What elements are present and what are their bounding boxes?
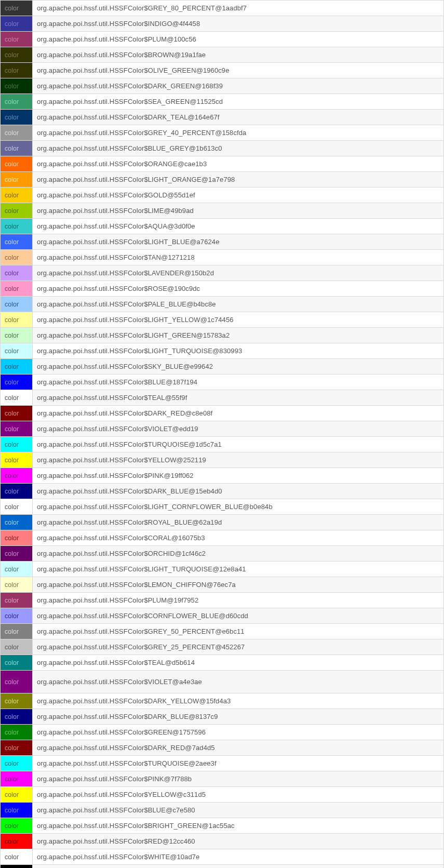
color-value-cell: org.apache.poi.hssf.util.HSSFColor$TAN@1… [33, 250, 444, 265]
table-row: colororg.apache.poi.hssf.util.HSSFColor$… [1, 78, 444, 94]
color-table: colororg.apache.poi.hssf.util.HSSFColor$… [0, 0, 444, 868]
color-value-cell: org.apache.poi.hssf.util.HSSFColor$OLIVE… [33, 63, 444, 78]
table-row: colororg.apache.poi.hssf.util.HSSFColor$… [1, 219, 444, 234]
color-swatch-cell: color [1, 499, 33, 515]
color-value-cell: org.apache.poi.hssf.util.HSSFColor$PALE_… [33, 297, 444, 312]
color-value-cell: org.apache.poi.hssf.util.HSSFColor$ORANG… [33, 156, 444, 172]
table-row: colororg.apache.poi.hssf.util.HSSFColor$… [1, 639, 444, 655]
table-row: colororg.apache.poi.hssf.util.HSSFColor$… [1, 624, 444, 639]
table-row: colororg.apache.poi.hssf.util.HSSFColor$… [1, 203, 444, 219]
color-swatch-cell: color [1, 671, 33, 693]
color-swatch-cell: color [1, 608, 33, 624]
table-row: colororg.apache.poi.hssf.util.HSSFColor$… [1, 865, 444, 869]
color-swatch-cell: color [1, 265, 33, 281]
color-value-cell: org.apache.poi.hssf.util.HSSFColor$PLUM@… [33, 32, 444, 47]
table-row: colororg.apache.poi.hssf.util.HSSFColor$… [1, 437, 444, 452]
color-swatch-cell: color [1, 818, 33, 834]
color-swatch-cell: color [1, 172, 33, 188]
table-row: colororg.apache.poi.hssf.util.HSSFColor$… [1, 725, 444, 740]
color-swatch-cell: color [1, 110, 33, 125]
color-value-cell: org.apache.poi.hssf.util.HSSFColor$CORAL… [33, 530, 444, 546]
color-swatch-cell: color [1, 234, 33, 250]
color-swatch-cell: color [1, 297, 33, 312]
color-swatch-cell: color [1, 849, 33, 865]
color-swatch-cell: color [1, 803, 33, 818]
color-value-cell: org.apache.poi.hssf.util.HSSFColor$DARK_… [33, 740, 444, 756]
color-swatch-cell: color [1, 639, 33, 655]
color-value-cell: org.apache.poi.hssf.util.HSSFColor$DARK_… [33, 693, 444, 709]
table-row: colororg.apache.poi.hssf.util.HSSFColor$… [1, 32, 444, 47]
table-row: colororg.apache.poi.hssf.util.HSSFColor$… [1, 468, 444, 484]
table-row: colororg.apache.poi.hssf.util.HSSFColor$… [1, 110, 444, 125]
table-row: colororg.apache.poi.hssf.util.HSSFColor$… [1, 693, 444, 709]
color-value-cell: org.apache.poi.hssf.util.HSSFColor$LIGHT… [33, 499, 444, 515]
color-value-cell: org.apache.poi.hssf.util.HSSFColor$ROYAL… [33, 515, 444, 530]
table-row: colororg.apache.poi.hssf.util.HSSFColor$… [1, 94, 444, 110]
table-row: colororg.apache.poi.hssf.util.HSSFColor$… [1, 530, 444, 546]
color-swatch-cell: color [1, 312, 33, 328]
table-row: colororg.apache.poi.hssf.util.HSSFColor$… [1, 359, 444, 375]
color-swatch-cell: color [1, 725, 33, 740]
table-row: colororg.apache.poi.hssf.util.HSSFColor$… [1, 156, 444, 172]
color-value-cell: org.apache.poi.hssf.util.HSSFColor$ROSE@… [33, 281, 444, 297]
color-value-cell: org.apache.poi.hssf.util.HSSFColor$GREEN… [33, 725, 444, 740]
color-value-cell: org.apache.poi.hssf.util.HSSFColor$DARK_… [33, 709, 444, 725]
color-swatch-cell: color [1, 1, 33, 16]
table-row: colororg.apache.poi.hssf.util.HSSFColor$… [1, 188, 444, 203]
color-swatch-cell: color [1, 125, 33, 141]
color-swatch-cell: color [1, 484, 33, 499]
color-swatch-cell: color [1, 32, 33, 47]
table-row: colororg.apache.poi.hssf.util.HSSFColor$… [1, 803, 444, 818]
color-value-cell: org.apache.poi.hssf.util.HSSFColor$LEMON… [33, 577, 444, 593]
color-value-cell: org.apache.poi.hssf.util.HSSFColor$LIME@… [33, 203, 444, 219]
color-swatch-cell: color [1, 63, 33, 78]
color-swatch-cell: color [1, 577, 33, 593]
color-swatch-cell: color [1, 328, 33, 343]
color-swatch-cell: color [1, 437, 33, 452]
color-value-cell: org.apache.poi.hssf.util.HSSFColor$BROWN… [33, 47, 444, 63]
table-row: colororg.apache.poi.hssf.util.HSSFColor$… [1, 818, 444, 834]
color-value-cell: org.apache.poi.hssf.util.HSSFColor$DARK_… [33, 484, 444, 499]
table-row: colororg.apache.poi.hssf.util.HSSFColor$… [1, 655, 444, 671]
color-value-cell: org.apache.poi.hssf.util.HSSFColor$BLUE@… [33, 375, 444, 390]
table-row: colororg.apache.poi.hssf.util.HSSFColor$… [1, 771, 444, 787]
table-row: colororg.apache.poi.hssf.util.HSSFColor$… [1, 250, 444, 265]
color-value-cell: org.apache.poi.hssf.util.HSSFColor$GOLD@… [33, 188, 444, 203]
color-swatch-cell: color [1, 375, 33, 390]
table-row: colororg.apache.poi.hssf.util.HSSFColor$… [1, 406, 444, 421]
table-row: colororg.apache.poi.hssf.util.HSSFColor$… [1, 265, 444, 281]
color-swatch-cell: color [1, 281, 33, 297]
color-swatch-cell: color [1, 756, 33, 771]
color-swatch-cell: color [1, 141, 33, 156]
color-value-cell: org.apache.poi.hssf.util.HSSFColor$LIGHT… [33, 172, 444, 188]
color-value-cell: org.apache.poi.hssf.util.HSSFColor$PINK@… [33, 771, 444, 787]
color-swatch-cell: color [1, 421, 33, 437]
table-row: colororg.apache.poi.hssf.util.HSSFColor$… [1, 499, 444, 515]
table-row: colororg.apache.poi.hssf.util.HSSFColor$… [1, 421, 444, 437]
color-swatch-cell: color [1, 834, 33, 849]
table-row: colororg.apache.poi.hssf.util.HSSFColor$… [1, 390, 444, 406]
color-swatch-cell: color [1, 16, 33, 32]
color-swatch-cell: color [1, 156, 33, 172]
table-row: colororg.apache.poi.hssf.util.HSSFColor$… [1, 740, 444, 756]
table-row: colororg.apache.poi.hssf.util.HSSFColor$… [1, 125, 444, 141]
color-swatch-cell: color [1, 203, 33, 219]
color-swatch-cell: color [1, 787, 33, 803]
color-swatch-cell: color [1, 188, 33, 203]
color-value-cell: org.apache.poi.hssf.util.HSSFColor$LIGHT… [33, 562, 444, 577]
color-value-cell: org.apache.poi.hssf.util.HSSFColor$GREY_… [33, 624, 444, 639]
table-row: colororg.apache.poi.hssf.util.HSSFColor$… [1, 709, 444, 725]
color-swatch-cell: color [1, 624, 33, 639]
color-swatch-cell: color [1, 771, 33, 787]
color-value-cell: org.apache.poi.hssf.util.HSSFColor$BLACK… [33, 865, 444, 869]
color-value-cell: org.apache.poi.hssf.util.HSSFColor$LIGHT… [33, 343, 444, 359]
table-row: colororg.apache.poi.hssf.util.HSSFColor$… [1, 834, 444, 849]
color-swatch-cell: color [1, 47, 33, 63]
color-value-cell: org.apache.poi.hssf.util.HSSFColor$BLUE@… [33, 803, 444, 818]
color-value-cell: org.apache.poi.hssf.util.HSSFColor$LIGHT… [33, 328, 444, 343]
table-row: colororg.apache.poi.hssf.util.HSSFColor$… [1, 343, 444, 359]
table-row: colororg.apache.poi.hssf.util.HSSFColor$… [1, 172, 444, 188]
table-row: colororg.apache.poi.hssf.util.HSSFColor$… [1, 297, 444, 312]
color-value-cell: org.apache.poi.hssf.util.HSSFColor$YELLO… [33, 787, 444, 803]
table-row: colororg.apache.poi.hssf.util.HSSFColor$… [1, 577, 444, 593]
